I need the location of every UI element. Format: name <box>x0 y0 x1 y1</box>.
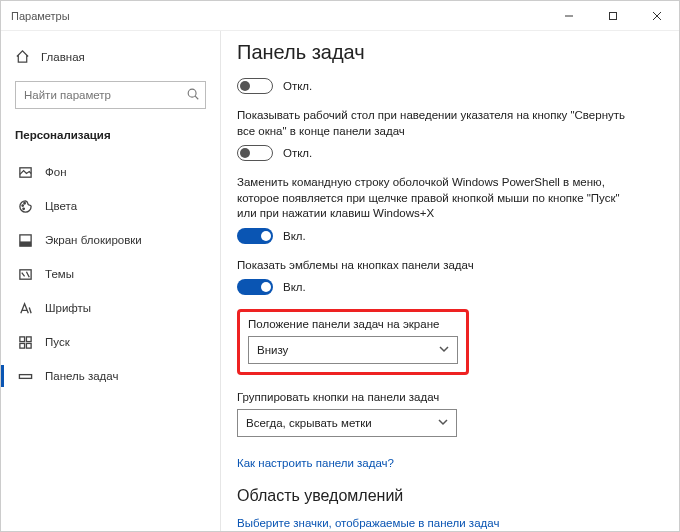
select-label: Группировать кнопки на панели задач <box>237 391 637 403</box>
sidebar-item-label: Экран блокировки <box>45 234 142 246</box>
toggle-switch[interactable] <box>237 228 273 244</box>
toggle-state-label: Откл. <box>283 147 312 159</box>
maximize-button[interactable] <box>591 1 635 31</box>
sidebar-item-label: Фон <box>45 166 67 178</box>
taskbar-icon <box>17 369 33 384</box>
toggle-state-label: Вкл. <box>283 281 306 293</box>
sidebar-item-label: Пуск <box>45 336 70 348</box>
sidebar-item-themes[interactable]: Темы <box>15 257 206 291</box>
toggle-state-label: Вкл. <box>283 230 306 242</box>
svg-line-5 <box>195 96 198 99</box>
svg-rect-17 <box>19 374 31 378</box>
sidebar-item-lockscreen[interactable]: Экран блокировки <box>15 223 206 257</box>
svg-rect-14 <box>26 336 31 341</box>
home-link[interactable]: Главная <box>15 41 206 73</box>
home-label: Главная <box>41 51 85 63</box>
sidebar: Главная Персонализация Фон Цвета Экран б… <box>1 31 221 531</box>
content-pane[interactable]: Панель задач Откл. Показывать рабочий ст… <box>221 31 679 531</box>
toggle-state-label: Откл. <box>283 80 312 92</box>
select-value: Всегда, скрывать метки <box>246 417 372 429</box>
svg-point-9 <box>22 208 24 210</box>
page-title: Панель задач <box>237 41 673 64</box>
svg-rect-16 <box>26 343 31 348</box>
sidebar-item-label: Шрифты <box>45 302 91 314</box>
start-icon <box>17 335 33 350</box>
themes-icon <box>17 267 33 282</box>
sidebar-item-taskbar[interactable]: Панель задач <box>15 359 206 393</box>
sidebar-item-label: Цвета <box>45 200 77 212</box>
svg-rect-12 <box>19 269 30 278</box>
search-icon <box>186 87 200 103</box>
svg-rect-11 <box>19 241 30 246</box>
taskbar-position-select[interactable]: Внизу <box>248 336 458 364</box>
sidebar-item-label: Панель задач <box>45 370 118 382</box>
setting-description: Заменить командную строку оболочкой Wind… <box>237 175 637 222</box>
setting-badges: Показать эмблемы на кнопках панели задач… <box>237 258 637 296</box>
category-label: Персонализация <box>15 123 206 155</box>
close-button[interactable] <box>635 1 679 31</box>
image-icon <box>17 165 33 180</box>
svg-rect-1 <box>610 12 617 19</box>
svg-point-4 <box>188 89 196 97</box>
sidebar-item-background[interactable]: Фон <box>15 155 206 189</box>
svg-rect-15 <box>19 343 24 348</box>
sidebar-item-start[interactable]: Пуск <box>15 325 206 359</box>
chevron-down-icon <box>439 344 449 356</box>
section-notification-area: Область уведомлений <box>237 487 673 505</box>
link-select-icons[interactable]: Выберите значки, отображаемые в панели з… <box>237 517 673 529</box>
setting-description: Показывать рабочий стол при наведении ук… <box>237 108 637 139</box>
chevron-down-icon <box>438 417 448 429</box>
palette-icon <box>17 199 33 214</box>
home-icon <box>15 49 31 66</box>
window-body: Главная Персонализация Фон Цвета Экран б… <box>1 31 679 531</box>
setting-description: Показать эмблемы на кнопках панели задач <box>237 258 637 274</box>
sidebar-item-label: Темы <box>45 268 74 280</box>
select-value: Внизу <box>257 344 288 356</box>
font-icon <box>17 301 33 316</box>
svg-point-7 <box>21 204 23 206</box>
titlebar: Параметры <box>1 1 679 31</box>
toggle-switch[interactable] <box>237 145 273 161</box>
select-label: Положение панели задач на экране <box>248 318 458 330</box>
minimize-button[interactable] <box>547 1 591 31</box>
sidebar-item-fonts[interactable]: Шрифты <box>15 291 206 325</box>
search-input[interactable] <box>15 81 206 109</box>
toggle-switch[interactable] <box>237 279 273 295</box>
setting-toggle-0: Откл. <box>237 78 637 94</box>
lockscreen-icon <box>17 233 33 248</box>
setting-peek-desktop: Показывать рабочий стол при наведении ук… <box>237 108 637 161</box>
settings-window: Параметры Главная <box>0 0 680 532</box>
search-box[interactable] <box>15 81 206 109</box>
sidebar-item-colors[interactable]: Цвета <box>15 189 206 223</box>
link-configure-taskbar[interactable]: Как настроить панели задач? <box>237 457 673 469</box>
svg-rect-13 <box>19 336 24 341</box>
toggle-switch[interactable] <box>237 78 273 94</box>
group-buttons-select[interactable]: Всегда, скрывать метки <box>237 409 457 437</box>
svg-point-8 <box>23 202 25 204</box>
setting-powershell: Заменить командную строку оболочкой Wind… <box>237 175 637 244</box>
window-controls <box>547 1 679 31</box>
highlighted-taskbar-position: Положение панели задач на экране Внизу <box>237 309 469 375</box>
setting-group-buttons: Группировать кнопки на панели задач Всег… <box>237 391 637 437</box>
window-title: Параметры <box>11 10 70 22</box>
